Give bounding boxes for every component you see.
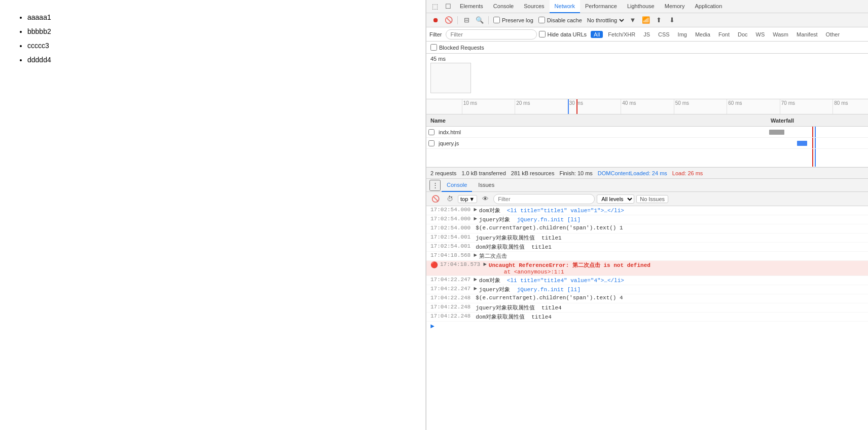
throttling-select[interactable]: No throttling [585,17,626,24]
ruler-mark-80ms: 80 ms [833,99,848,114]
filter-media[interactable]: Media [692,31,713,38]
waterfall-red-indx [812,127,813,137]
list-item-2[interactable]: bbbbb2 [27,24,410,38]
tab-console[interactable]: Console [488,0,519,13]
console-line-4: 17:02:54.001 jquery对象获取属性值 title1 [426,233,868,243]
text-4: jquery对象获取属性值 title1 [476,234,561,242]
throttling-dropdown-icon[interactable]: ▼ [627,14,639,26]
tab-network[interactable]: Network [550,0,580,13]
filter-row: Filter Hide data URLs All Fetch/XHR JS C… [426,27,868,42]
page-list: aaaaa1 bbbbb2 ccccc3 ddddd4 [15,10,410,67]
inspect-icon[interactable]: ⬚ [428,0,442,13]
disable-cache-label[interactable]: Disable cache [538,17,582,23]
ruler-red-line [576,99,577,114]
record-button[interactable]: ⏺ [429,14,442,26]
filter-js[interactable]: JS [640,31,653,38]
console-line-12: 17:04:22.248 dom对象获取属性值 title4 [426,312,868,322]
request-row-indx[interactable]: indx.html [426,127,868,138]
list-item-3[interactable]: ccccc3 [27,38,410,53]
ts-12: 17:04:22.248 [430,313,471,319]
expand-1[interactable]: ► [474,207,477,213]
expand-7[interactable]: ► [483,261,487,267]
console-line-10: 17:04:22.248 $(e.currentTarget).children… [426,294,868,303]
waterfall-indx [767,127,868,137]
waterfall-bar-jquery [797,141,807,146]
tab-memory[interactable]: Memory [660,0,690,13]
expand-6[interactable]: ► [474,252,477,258]
download-icon[interactable]: ⬇ [666,14,678,26]
filter-manifest[interactable]: Manifest [793,31,821,38]
clear-button[interactable]: 🚫 [443,14,455,26]
wifi-icon[interactable]: 📶 [640,14,652,26]
filter-wasm[interactable]: Wasm [770,31,791,38]
filter-icon-button[interactable]: ⊟ [460,14,473,26]
expand-2[interactable]: ► [474,216,477,222]
filter-fetch-xhr[interactable]: Fetch/XHR [605,31,638,38]
page-content: aaaaa1 bbbbb2 ccccc3 ddddd4 [0,0,426,430]
filter-font[interactable]: Font [715,31,733,38]
filter-all[interactable]: All [591,31,603,38]
waterfall-blue-empty [815,149,816,167]
filter-ws[interactable]: WS [753,31,768,38]
row-checkbox-jquery [426,140,437,146]
console-options-icon[interactable]: ⋮ [429,180,441,191]
status-transferred: 1.0 kB transferred [461,170,505,176]
ruler-mark-60ms: 60 ms [727,99,742,114]
console-clear-icon[interactable]: 🚫 [429,193,442,205]
text-10: $(e.currentTarget).children('span').text… [476,295,623,301]
filter-img[interactable]: Img [675,31,690,38]
search-icon-button[interactable]: 🔍 [474,14,486,26]
top-context-select[interactable]: top ▼ [458,195,477,203]
text-6: 第二次点击 [479,252,507,260]
filter-css[interactable]: CSS [655,31,673,38]
tab-issues[interactable]: Issues [473,179,499,192]
ruler-mark-70ms: 70 ms [780,99,795,114]
console-line-11: 17:04:22.248 jquery对象获取属性值 title4 [426,303,868,312]
tab-elements[interactable]: Elements [455,0,488,13]
blocked-requests-checkbox[interactable] [430,44,437,51]
list-item-1[interactable]: aaaaa1 [27,10,410,24]
hide-data-urls-label[interactable]: Hide data URLs [539,31,587,37]
filter-label: Filter [429,31,442,37]
ts-7: 17:04:18.573 [440,261,480,267]
status-bar: 2 requests 1.0 kB transferred 281 kB res… [426,168,868,179]
hide-data-urls-checkbox[interactable] [539,31,546,37]
ts-4: 17:02:54.001 [430,234,471,240]
eye-icon[interactable]: 👁 [479,193,491,205]
list-item-4[interactable]: ddddd4 [27,53,410,67]
preserve-log-checkbox[interactable] [493,17,500,23]
console-line-2: 17:02:54.000 ► jquery对象 jQuery.fn.init [… [426,215,868,224]
col-name-header: Name [426,118,767,124]
status-load[interactable]: Load: 26 ms [672,170,703,176]
console-toolbar: 🚫 ⏱ top ▼ 👁 All levels No Issues [426,192,868,206]
console-tab-bar: ⋮ Console Issues [426,179,868,192]
filter-doc[interactable]: Doc [735,31,751,38]
filter-input[interactable] [446,29,537,40]
ts-5: 17:02:54.001 [430,243,471,249]
disable-cache-checkbox[interactable] [538,17,545,23]
request-row-jquery[interactable]: jquery.js [426,138,868,149]
status-domcontentloaded[interactable]: DOMContentLoaded: 24 ms [598,170,667,176]
console-clock-icon[interactable]: ⏱ [444,193,456,205]
toolbar-divider-2 [488,16,489,24]
text-3: $(e.currentTarget).children('span').text… [476,225,623,231]
ts-3: 17:02:54.000 [430,225,471,231]
filter-other[interactable]: Other [823,31,843,38]
error-icon-7: 🔴 [430,261,438,269]
expand-8[interactable]: ► [474,277,477,283]
network-toolbar: ⏺ 🚫 ⊟ 🔍 Preserve log Disable cache No th… [426,13,868,27]
expand-9[interactable]: ► [474,286,477,292]
tab-performance[interactable]: Performance [580,0,622,13]
tab-application[interactable]: Application [690,0,727,13]
upload-icon[interactable]: ⬆ [653,14,665,26]
tab-lighthouse[interactable]: Lighthouse [622,0,660,13]
ts-10: 17:04:22.248 [430,295,471,301]
tab-sources[interactable]: Sources [519,0,549,13]
device-icon[interactable]: ☐ [442,0,455,13]
ruler-mark-40ms: 40 ms [621,99,636,114]
tab-console-bottom[interactable]: Console [442,179,472,192]
console-filter-input[interactable] [493,194,595,204]
levels-select[interactable]: All levels [597,194,634,204]
preserve-log-label[interactable]: Preserve log [493,17,533,23]
waterfall-bar-indx [769,130,784,135]
